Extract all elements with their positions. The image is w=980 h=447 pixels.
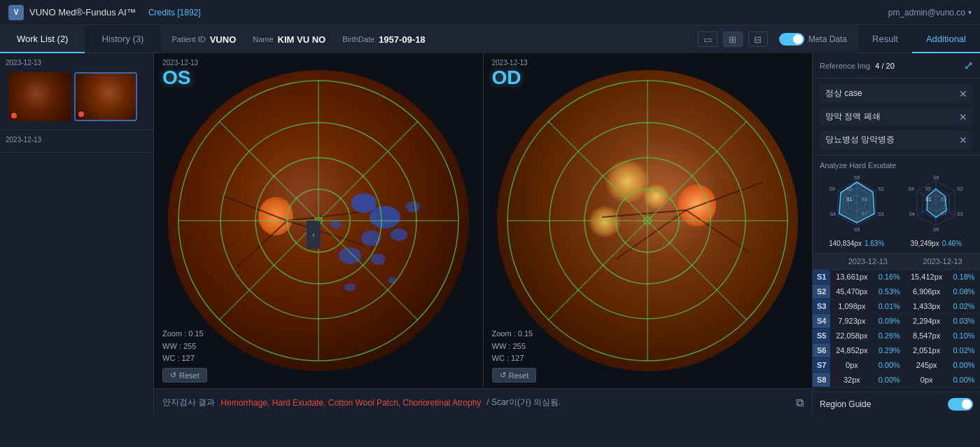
row-s6-pct2: 0.02% — [948, 343, 980, 358]
tag-2-close[interactable]: ✕ — [959, 135, 967, 146]
svg-text:S7: S7 — [941, 211, 947, 216]
panel-os-date: 2023-12-13 — [162, 59, 198, 67]
svg-point-5 — [370, 206, 400, 228]
row-s7-pct1: 0.00% — [873, 358, 905, 373]
left-nav: Work List (2) History (3) — [0, 25, 160, 53]
svg-text:S8: S8 — [853, 227, 860, 232]
od-zoom: Zoom : 0.15 — [492, 328, 537, 341]
data-table: 2023-12-13 2023-12-13 S1 13,661px 0.16% … — [813, 254, 980, 387]
radar-2-stats: 39,249px 0.46% — [910, 240, 962, 247]
radar-1: S6 S2 S3 S8 S4 S9 S5 S1 S3 S7 140,834px … — [820, 175, 894, 247]
col-header-empty — [813, 254, 830, 270]
tag-2-label: 당뇨병성 망막병증 — [825, 134, 895, 146]
svg-text:S4: S4 — [909, 212, 916, 216]
svg-point-29 — [550, 123, 746, 319]
svg-text:S3: S3 — [861, 197, 867, 202]
tab-worklist[interactable]: Work List (2) — [0, 25, 85, 53]
svg-text:S2: S2 — [957, 186, 963, 191]
work-item-2[interactable]: 2023-12-13 — [0, 130, 153, 153]
meta-toggle-container: Meta Data — [779, 33, 847, 46]
right-analysis-panel: Reference Img 4 / 20 ⤢ 정상 case ✕ 망막 정맥 폐… — [812, 53, 980, 416]
work-item-2-date: 2023-12-13 — [6, 136, 148, 144]
row-label-s7: S7 — [813, 358, 830, 373]
tag-1-close[interactable]: ✕ — [959, 111, 967, 123]
tag-0: 정상 case ✕ — [820, 84, 973, 103]
row-s5-px1: 22,058px — [830, 329, 873, 343]
view-grid-btn[interactable]: ⊟ — [748, 32, 768, 47]
svg-text:S1: S1 — [846, 197, 852, 202]
tab-history[interactable]: History (3) — [85, 25, 160, 53]
row-s3-px1: 1,098px — [830, 299, 873, 314]
svg-text:S8: S8 — [933, 227, 939, 232]
od-zoom-info: Zoom : 0.15 WW : 255 WC : 127 ↺ Reset — [492, 328, 537, 383]
svg-point-12 — [344, 283, 356, 291]
table-row-s7: S7 0px 0.00% 245px 0.00% — [813, 358, 980, 373]
table-row-s8: S8 32px 0.00% 0px 0.00% — [813, 373, 980, 387]
row-s8-pct2: 0.00% — [948, 373, 980, 387]
row-s4-px1: 7,923px — [830, 314, 873, 329]
row-s8-pct1: 0.00% — [873, 373, 905, 387]
work-item-1-thumbs — [6, 69, 148, 124]
region-guide: Region Guide — [813, 392, 980, 416]
tab-result[interactable]: Result — [858, 25, 912, 53]
tab-additional[interactable]: Additional — [912, 25, 980, 53]
row-s2-px1: 45,470px — [830, 284, 873, 299]
row-s1-pct2: 0.18% — [948, 270, 980, 284]
row-s3-pct2: 0.02% — [948, 299, 980, 314]
meta-label: Meta Data — [808, 34, 847, 44]
data-table-container: 2023-12-13 2023-12-13 S1 13,661px 0.16% … — [813, 254, 980, 387]
patient-name-value: KIM VU NO — [278, 34, 326, 45]
row-label-s3: S3 — [813, 299, 830, 314]
svg-marker-42 — [839, 182, 874, 223]
row-s8-px1: 32px — [830, 373, 873, 387]
row-s4-px2: 2,294px — [905, 314, 948, 329]
region-guide-toggle[interactable] — [948, 398, 973, 411]
svg-line-2 — [287, 210, 378, 221]
row-s5-pct1: 0.26% — [873, 329, 905, 343]
patient-name-field: Name KIM VU NO — [253, 34, 326, 45]
tag-0-close[interactable]: ✕ — [959, 88, 967, 99]
copy-btn[interactable]: ⧉ — [796, 397, 804, 409]
od-reset-btn[interactable]: ↺ Reset — [492, 368, 537, 383]
view-double-btn[interactable]: ⊞ — [723, 32, 743, 47]
od-vessels-overlay — [497, 70, 798, 371]
svg-point-6 — [361, 231, 381, 246]
svg-point-9 — [371, 254, 385, 265]
credits-value: 1892 — [180, 8, 199, 18]
patient-id-label: Patient ID — [172, 35, 205, 43]
work-item-1[interactable]: 2023-12-13 — [0, 53, 153, 130]
row-label-s6: S6 — [813, 343, 830, 358]
view-single-btn[interactable]: ▭ — [698, 32, 718, 47]
tag-1: 망막 정맥 폐쇄 ✕ — [820, 107, 973, 126]
svg-text:S5: S5 — [925, 186, 932, 191]
radar-1-px: 140,834px — [829, 240, 862, 247]
thumb-1-right[interactable] — [74, 72, 137, 121]
table-row-s1: S1 13,661px 0.16% 15,412px 0.18% — [813, 270, 980, 284]
os-reset-btn[interactable]: ↺ Reset — [162, 368, 207, 383]
app-icon: V — [8, 5, 24, 20]
od-exudate-3 — [642, 184, 670, 209]
svg-point-11 — [406, 201, 420, 212]
svg-text:S3: S3 — [957, 212, 963, 216]
thumb-dot-2 — [78, 111, 84, 117]
work-item-1-date: 2023-12-13 — [6, 59, 148, 67]
thumb-1-left[interactable] — [8, 72, 71, 121]
top-bar: V VUNO Med®-Fundus AI™ Credits [1892] pm… — [0, 0, 980, 25]
row-s1-pct1: 0.16% — [873, 270, 905, 284]
collapse-btn[interactable]: ‹ — [307, 221, 321, 249]
patient-header: Patient ID VUNO Name KIM VU NO BirthDate… — [160, 25, 858, 53]
svg-line-33 — [548, 121, 747, 320]
row-s4-pct2: 0.03% — [948, 314, 980, 329]
view-controls: ▭ ⊞ ⊟ Meta Data — [698, 32, 847, 47]
row-label-s2: S2 — [813, 284, 830, 299]
svg-text:S4: S4 — [830, 212, 836, 216]
panel-od: 2023-12-13 OD — [484, 53, 813, 388]
user-menu-chevron[interactable]: ▾ — [968, 8, 972, 16]
meta-toggle[interactable] — [779, 33, 804, 46]
ref-img-export-btn[interactable]: ⤢ — [964, 59, 973, 72]
od-optic-disc — [678, 184, 716, 226]
analysis-prefix: 안지검사 결과 — [162, 397, 215, 408]
svg-point-30 — [507, 81, 788, 361]
od-ww: WW : 255 — [492, 341, 537, 353]
panel-os-eye: OS — [162, 67, 198, 89]
